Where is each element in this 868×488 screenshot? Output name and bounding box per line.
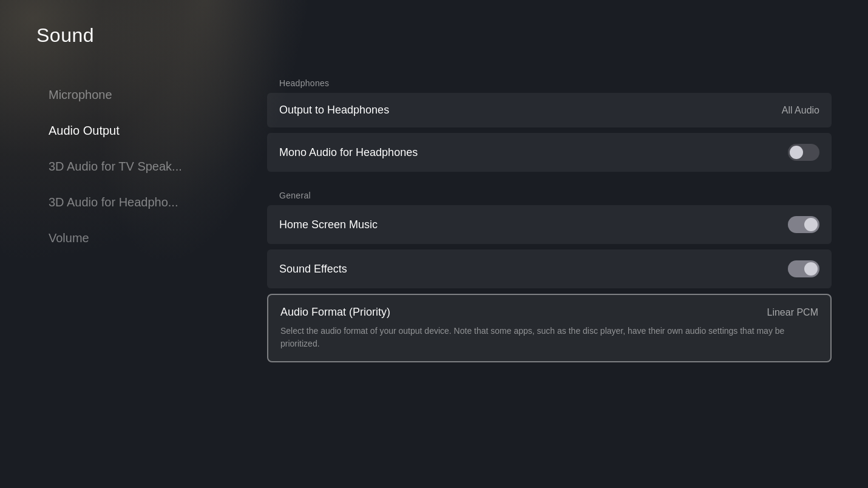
home-screen-music-toggle[interactable] [788, 216, 819, 233]
home-screen-music-toggle-knob [804, 218, 818, 231]
mono-audio-row[interactable]: Mono Audio for Headphones [267, 133, 832, 172]
audio-format-row[interactable]: Audio Format (Priority) Linear PCM Selec… [267, 294, 832, 362]
output-to-headphones-label: Output to Headphones [279, 104, 389, 117]
page-title: Sound [36, 24, 832, 47]
main-content: Headphones Output to Headphones All Audi… [255, 71, 832, 464]
audio-format-value: Linear PCM [767, 307, 818, 318]
audio-format-description: Select the audio format of your output d… [280, 325, 818, 350]
output-to-headphones-value: All Audio [782, 105, 819, 116]
headphones-section-label: Headphones [267, 71, 832, 93]
sidebar-item-volume[interactable]: Volume [36, 220, 255, 256]
sidebar-item-audio-output[interactable]: Audio Output [36, 113, 255, 149]
mono-audio-label: Mono Audio for Headphones [279, 146, 418, 159]
output-to-headphones-row[interactable]: Output to Headphones All Audio [267, 93, 832, 127]
sound-effects-label: Sound Effects [279, 263, 347, 276]
general-section-label: General [267, 183, 832, 205]
mono-audio-toggle[interactable] [788, 144, 819, 161]
sidebar-item-3d-headphones[interactable]: 3D Audio for Headpho... [36, 185, 255, 220]
home-screen-music-row[interactable]: Home Screen Music [267, 205, 832, 244]
mono-audio-toggle-knob [790, 146, 803, 159]
sound-effects-toggle[interactable] [788, 260, 819, 277]
sidebar-item-3d-tv[interactable]: 3D Audio for TV Speak... [36, 149, 255, 185]
audio-format-label: Audio Format (Priority) [280, 306, 390, 319]
sound-effects-toggle-knob [804, 262, 818, 276]
sidebar-item-microphone[interactable]: Microphone [36, 77, 255, 113]
sound-effects-row[interactable]: Sound Effects [267, 249, 832, 288]
sidebar: Microphone Audio Output 3D Audio for TV … [36, 71, 255, 464]
home-screen-music-label: Home Screen Music [279, 219, 378, 231]
